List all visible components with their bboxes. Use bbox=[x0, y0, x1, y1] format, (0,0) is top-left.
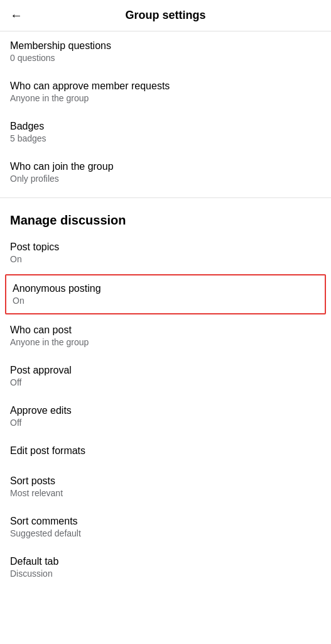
who-can-post-title: Who can post bbox=[10, 325, 321, 336]
manage-discussion-title: Manage discussion bbox=[10, 213, 321, 228]
who-can-post-subtitle: Anyone in the group bbox=[10, 337, 321, 347]
approve-edits-subtitle: Off bbox=[10, 418, 321, 428]
membership-questions-subtitle: 0 questions bbox=[10, 53, 321, 63]
badges-item[interactable]: Badges 5 badges bbox=[0, 112, 331, 152]
post-topics-subtitle: On bbox=[10, 254, 321, 264]
anonymous-posting-subtitle: On bbox=[13, 296, 318, 306]
default-tab-item[interactable]: Default tab Discussion bbox=[0, 547, 331, 587]
who-can-join-item[interactable]: Who can join the group Only profiles bbox=[0, 152, 331, 192]
anonymous-posting-title: Anonymous posting bbox=[13, 283, 318, 294]
badges-title: Badges bbox=[10, 121, 321, 132]
sort-posts-item[interactable]: Sort posts Most relevant bbox=[0, 467, 331, 507]
sort-comments-title: Sort comments bbox=[10, 516, 321, 527]
edit-post-formats-title: Edit post formats bbox=[10, 445, 321, 457]
who-can-approve-subtitle: Anyone in the group bbox=[10, 93, 321, 103]
sort-comments-subtitle: Suggested default bbox=[10, 528, 321, 538]
approve-edits-item[interactable]: Approve edits Off bbox=[0, 396, 331, 436]
post-approval-title: Post approval bbox=[10, 365, 321, 376]
back-button[interactable]: ← bbox=[10, 8, 23, 23]
post-topics-item[interactable]: Post topics On bbox=[0, 233, 331, 273]
default-tab-title: Default tab bbox=[10, 556, 321, 567]
who-can-join-title: Who can join the group bbox=[10, 161, 321, 172]
post-approval-subtitle: Off bbox=[10, 377, 321, 387]
who-can-approve-title: Who can approve member requests bbox=[10, 80, 321, 92]
post-approval-item[interactable]: Post approval Off bbox=[0, 356, 331, 396]
anonymous-posting-item[interactable]: Anonymous posting On bbox=[5, 274, 326, 314]
manage-discussion-header: Manage discussion bbox=[0, 203, 331, 233]
membership-questions-title: Membership questions bbox=[10, 40, 321, 52]
approve-edits-title: Approve edits bbox=[10, 405, 321, 416]
who-can-approve-item[interactable]: Who can approve member requests Anyone i… bbox=[0, 72, 331, 112]
who-can-post-item[interactable]: Who can post Anyone in the group bbox=[0, 316, 331, 356]
page-title: Group settings bbox=[125, 9, 205, 22]
header: ← Group settings bbox=[0, 0, 331, 31]
membership-questions-item[interactable]: Membership questions 0 questions bbox=[0, 31, 331, 72]
default-tab-subtitle: Discussion bbox=[10, 569, 321, 579]
edit-post-formats-item[interactable]: Edit post formats bbox=[0, 436, 331, 467]
section-divider bbox=[0, 197, 331, 198]
sort-posts-subtitle: Most relevant bbox=[10, 488, 321, 498]
who-can-join-subtitle: Only profiles bbox=[10, 174, 321, 184]
sort-comments-item[interactable]: Sort comments Suggested default bbox=[0, 507, 331, 547]
settings-content: Membership questions 0 questions Who can… bbox=[0, 31, 331, 587]
post-topics-title: Post topics bbox=[10, 242, 321, 253]
badges-subtitle: 5 badges bbox=[10, 133, 321, 143]
sort-posts-title: Sort posts bbox=[10, 475, 321, 487]
app-container: ← Group settings Membership questions 0 … bbox=[0, 0, 331, 587]
